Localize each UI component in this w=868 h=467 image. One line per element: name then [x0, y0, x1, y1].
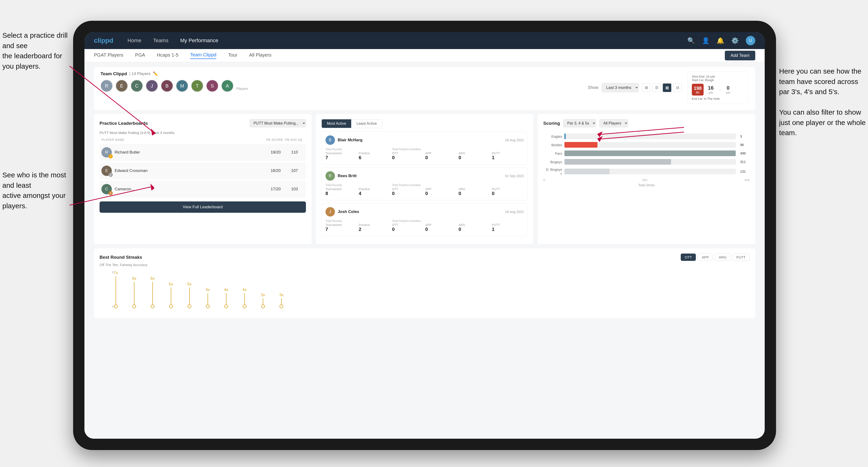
streak-filter-ott[interactable]: OTT: [681, 253, 696, 261]
person-icon[interactable]: 👤: [702, 37, 710, 44]
streak-header: Best Round Streaks OTT APP ARG PUTT: [99, 253, 750, 261]
lb-avatar-2: E 2: [101, 165, 112, 176]
streak-dot-circle-1: [114, 305, 118, 308]
streak-filter-app[interactable]: APP: [698, 253, 713, 261]
streak-filter-arg[interactable]: ARG: [715, 253, 731, 261]
lb-col-avg: PB AVG SQ: [285, 138, 304, 142]
scoring-filter-holes[interactable]: Par 3, 4 & 5s: [563, 119, 596, 127]
player-avatar-9[interactable]: A: [221, 80, 234, 92]
filter-view-btn[interactable]: ⊟: [673, 84, 682, 92]
streak-title: Best Round Streaks: [99, 255, 142, 260]
annotation-top-left: Select a practice drill and seethe leade…: [2, 30, 71, 71]
rees-practice: 4: [359, 191, 391, 196]
bar-track-bogeys: [564, 159, 736, 165]
streak-label-1: 7x: [114, 271, 118, 275]
player-avatar-2[interactable]: E: [116, 80, 128, 92]
lb-row-2: E 2 Edward Crossman 18/20 107: [99, 162, 306, 179]
sub-nav-pgat[interactable]: PGAT Players: [94, 52, 123, 59]
streak-line-10: [281, 299, 282, 305]
streak-label-9: 3x: [261, 293, 265, 298]
bell-icon[interactable]: 🔔: [717, 37, 724, 44]
main-content: Team Clippd | 14 Players ✏️ R E C J B M: [85, 62, 765, 439]
least-active-button[interactable]: Least Active: [351, 119, 382, 128]
lb-score-1: 19/20: [266, 150, 285, 155]
player-avatar-1[interactable]: R: [100, 80, 113, 92]
player-avatar-blair: B: [326, 135, 335, 145]
streak-filter-putt[interactable]: PUTT: [733, 253, 750, 261]
avatar[interactable]: U: [746, 36, 755, 45]
lb-badge-1: 1: [108, 154, 113, 158]
team-player-count: | 14 Players: [129, 71, 151, 76]
blair-putt: 1: [492, 155, 524, 160]
chart-x-axis: 0 200 400: [543, 178, 750, 182]
card-view-btn[interactable]: ▦: [663, 84, 671, 92]
lb-player-1: R 1 Richard Butler: [101, 147, 266, 158]
sub-nav-all-players[interactable]: All Players: [249, 52, 271, 59]
activity-card: Most Active Least Active B Blair McHarg …: [316, 114, 533, 244]
grid-view-btn[interactable]: ⊞: [642, 84, 651, 92]
lb-player-2: E 2 Edward Crossman: [101, 165, 266, 176]
search-icon[interactable]: 🔍: [687, 37, 695, 44]
nav-item-home[interactable]: Home: [127, 37, 141, 44]
player-date-rees: 02 Sep 2023: [505, 174, 524, 178]
streak-line-8: [244, 293, 245, 305]
nav-item-myperformance[interactable]: My Performance: [180, 37, 218, 44]
streak-dot-circle-8: [243, 305, 247, 308]
most-active-button[interactable]: Most Active: [322, 119, 351, 128]
sub-nav: PGAT Players PGA Hcaps 1-5 Team Clippd T…: [85, 49, 765, 62]
annotation-top-right: Here you can see how theteam have scored…: [779, 66, 866, 138]
player-avatar-6[interactable]: M: [176, 80, 188, 92]
sub-nav-pga[interactable]: PGA: [135, 52, 145, 59]
sub-nav-hcaps[interactable]: Hcaps 1-5: [157, 52, 178, 59]
lb-name-1: Richard Butler: [115, 150, 140, 155]
lb-name-2: Edward Crossman: [115, 168, 148, 173]
bar-label-bogeys: Bogeys: [543, 160, 562, 164]
streak-line-3: [152, 282, 153, 305]
bar-fill-pars: [564, 151, 736, 156]
scoring-bar-chart: Eagles 3 Birdies 96: [543, 131, 750, 189]
sub-nav-team-clippd[interactable]: Team Clippd: [190, 52, 216, 59]
view-icons: ⊞ ☰ ▦ ⊟: [642, 84, 682, 92]
bar-row-dbogeys: D. Bogeys + 131: [543, 167, 750, 176]
tablet-frame: clippd Home Teams My Performance 🔍 👤 🔔 ⚙…: [73, 21, 776, 450]
settings-icon[interactable]: ⚙️: [731, 37, 739, 44]
add-team-button[interactable]: Add Team: [725, 51, 755, 60]
edit-icon[interactable]: ✏️: [153, 71, 158, 76]
shot-badge: 198 SC: [692, 84, 704, 96]
bar-label-birdies: Birdies: [543, 143, 562, 147]
streak-dot-10: 3x: [279, 293, 283, 308]
nav-item-teams[interactable]: Teams: [153, 37, 168, 44]
period-select[interactable]: Last 3 months Last 6 months Last year: [602, 83, 639, 92]
sub-nav-tour[interactable]: Tour: [228, 52, 237, 59]
player-card-blair: B Blair McHarg 26 Aug 2023 Total Rounds …: [321, 131, 528, 164]
streak-chart: 6 4 7x 6x: [99, 271, 750, 313]
streak-label-7: 4x: [224, 287, 228, 292]
practice-leaderboards-card: Practice Leaderboards PUTT Must Make Put…: [94, 114, 312, 244]
streak-dot-3: 6x: [151, 276, 155, 308]
bar-value-pars: 499: [740, 151, 750, 155]
streak-dot-circle-6: [206, 305, 210, 308]
drill-select[interactable]: PUTT Must Make Putting...: [250, 119, 306, 127]
streak-y-axis: 6 4: [99, 271, 114, 308]
bar-fill-eagles: [564, 133, 565, 139]
streak-label-8: 4x: [243, 287, 247, 292]
player-name-blair: Blair McHarg: [338, 138, 363, 143]
list-view-btn[interactable]: ☰: [652, 84, 661, 92]
scoring-filter-players[interactable]: All Players: [599, 119, 628, 127]
player-avatar-4[interactable]: J: [146, 80, 158, 92]
player-avatar-7[interactable]: T: [191, 80, 203, 92]
player-avatar-3[interactable]: C: [131, 80, 143, 92]
player-name-rees: Rees Britt: [338, 174, 356, 178]
streak-dot-5: 5x: [187, 282, 191, 308]
bar-track-pars: [564, 151, 736, 156]
team-title: Team Clippd: [100, 71, 127, 76]
josh-arg: 0: [459, 227, 490, 232]
view-full-leaderboard-button[interactable]: View Full Leaderboard: [99, 201, 306, 213]
bar-track-eagles: [564, 133, 736, 139]
bar-value-bogeys: 311: [740, 160, 750, 164]
scoring-card: Scoring Par 3, 4 & 5s All Players Eagles: [537, 114, 755, 244]
player-card-blair-header: B Blair McHarg 26 Aug 2023: [326, 135, 524, 145]
player-avatar-5[interactable]: B: [161, 80, 173, 92]
streak-dot-circle-9: [261, 305, 265, 308]
player-avatar-8[interactable]: S: [206, 80, 218, 92]
